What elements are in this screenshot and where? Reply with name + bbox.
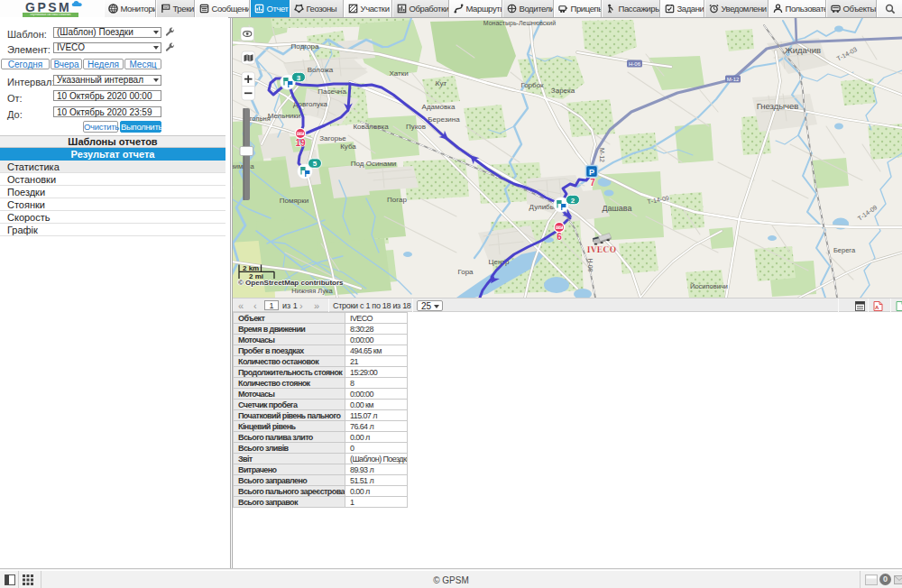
- svg-text:Горбок: Горбок: [520, 81, 544, 89]
- svg-text:Н-09: Н-09: [587, 258, 594, 271]
- svg-text:Ковалевка: Ковалевка: [353, 123, 389, 131]
- svg-text:Адамовка: Адамовка: [422, 103, 456, 111]
- svg-text:2: 2: [571, 197, 575, 205]
- svg-text:IVECO: IVECO: [587, 245, 617, 254]
- svg-text:Кут: Кут: [436, 79, 447, 87]
- svg-text:Йосиповичи: Йосиповичи: [690, 282, 728, 290]
- svg-text:A: A: [875, 304, 879, 309]
- svg-text:19: 19: [295, 138, 306, 148]
- svg-text:Нижняя Лука: Нижняя Лука: [291, 287, 333, 295]
- svg-text:Жидачив: Жидачив: [785, 45, 821, 55]
- svg-text:Воложа: Воложа: [308, 66, 334, 74]
- svg-text:Берега: Берега: [833, 246, 856, 254]
- svg-text:Монастырь-Лешнювский: Монастырь-Лешнювский: [483, 20, 557, 27]
- svg-text:Пасечна: Пасечна: [318, 87, 346, 96]
- svg-text:5: 5: [313, 160, 318, 168]
- svg-text:М-12: М-12: [727, 77, 740, 82]
- svg-text:7: 7: [590, 178, 595, 188]
- svg-text:Помярки: Помярки: [280, 197, 308, 205]
- svg-text:Пуков: Пуков: [406, 123, 426, 131]
- svg-text:Дашава: Дашава: [602, 204, 631, 213]
- svg-text:STOP: STOP: [556, 225, 562, 229]
- svg-text:Под Осинами: Под Осинами: [351, 160, 396, 168]
- svg-text:Хатки: Хатки: [389, 69, 408, 78]
- svg-text:Березина: Березина: [428, 115, 460, 124]
- svg-text:Гнездычев: Гнездычев: [757, 101, 799, 111]
- svg-text:Куба: Куба: [340, 142, 356, 151]
- svg-text:Погар: Погар: [387, 196, 407, 204]
- svg-text:Дулибы: Дулибы: [529, 203, 556, 211]
- svg-text:© OpenStreetMap contributors: © OpenStreetMap contributors: [238, 279, 344, 287]
- svg-text:Загорье: Загорье: [319, 134, 346, 142]
- svg-text:2 km: 2 km: [243, 264, 259, 272]
- svg-text:Зарека: Зарека: [551, 87, 575, 95]
- svg-text:Мельники: Мельники: [268, 112, 301, 120]
- svg-text:Подгора: Подгора: [291, 42, 319, 51]
- svg-text:P: P: [589, 168, 594, 177]
- svg-text:3: 3: [297, 74, 301, 82]
- svg-text:М-12: М-12: [599, 148, 605, 162]
- svg-text:Н-06: Н-06: [629, 61, 641, 67]
- svg-text:Гора: Гора: [457, 268, 474, 276]
- svg-text:STOP: STOP: [297, 132, 303, 135]
- svg-text:6: 6: [557, 232, 562, 242]
